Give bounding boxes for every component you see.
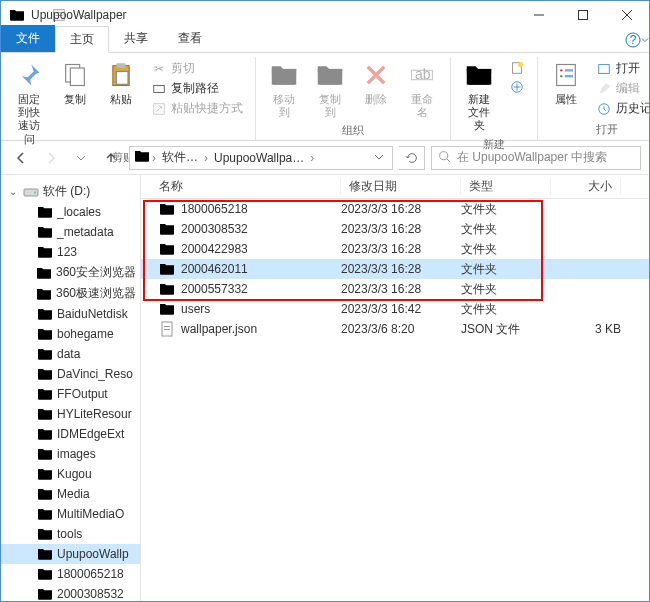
- tab-file[interactable]: 文件: [1, 25, 55, 52]
- nav-tree[interactable]: ⌄ 软件 (D:) _locales_metadata123360安全浏览器36…: [1, 175, 141, 601]
- tab-home[interactable]: 主页: [55, 26, 109, 53]
- file-row[interactable]: users2023/3/3 16:42文件夹: [141, 299, 649, 319]
- svg-rect-3: [579, 11, 588, 20]
- tree-item[interactable]: data: [1, 344, 140, 364]
- file-row[interactable]: wallpaper.json2023/3/6 8:20JSON 文件3 KB: [141, 319, 649, 339]
- tree-item[interactable]: UpupooWallp: [1, 544, 140, 564]
- address-bar[interactable]: › 软件… › UpupooWallpa… ›: [129, 146, 393, 170]
- svg-rect-20: [565, 69, 573, 71]
- easy-access-button[interactable]: [505, 78, 529, 96]
- paste-shortcut-button[interactable]: 粘贴快捷方式: [147, 99, 247, 118]
- folder-icon: [37, 566, 53, 582]
- tree-item[interactable]: MultiMediaO: [1, 504, 140, 524]
- tab-view[interactable]: 查看: [163, 25, 217, 52]
- open-button[interactable]: 打开: [592, 59, 650, 78]
- folder-icon: [37, 486, 53, 502]
- paste-button[interactable]: 粘贴: [101, 57, 141, 108]
- tree-item-label: _metadata: [57, 225, 114, 239]
- nav-up-button[interactable]: [99, 146, 123, 170]
- rename-button[interactable]: ab重命名: [402, 57, 442, 121]
- tree-item[interactable]: 360极速浏览器: [1, 283, 140, 304]
- folder-icon: [37, 204, 53, 220]
- edit-button[interactable]: 编辑: [592, 79, 650, 98]
- copyto-button[interactable]: 复制到: [310, 57, 350, 121]
- svg-point-19: [560, 69, 562, 71]
- col-type[interactable]: 类型: [461, 178, 551, 195]
- tab-share[interactable]: 共享: [109, 25, 163, 52]
- new-folder-button[interactable]: 新建 文件夹: [459, 57, 499, 135]
- breadcrumb-1[interactable]: 软件…: [158, 149, 202, 166]
- file-type: 文件夹: [461, 281, 551, 298]
- tree-item[interactable]: 123: [1, 242, 140, 262]
- refresh-button[interactable]: [399, 146, 425, 170]
- tree-item[interactable]: Kugou: [1, 464, 140, 484]
- history-icon: [596, 101, 612, 117]
- new-item-button[interactable]: [505, 59, 529, 77]
- file-row[interactable]: 20003085322023/3/3 16:28文件夹: [141, 219, 649, 239]
- svg-point-37: [440, 151, 448, 159]
- window-icon: [9, 7, 25, 23]
- tree-root[interactable]: ⌄ 软件 (D:): [1, 181, 140, 202]
- breadcrumb-2[interactable]: UpupooWallpa…: [210, 151, 308, 165]
- tree-item-label: images: [57, 447, 96, 461]
- file-row[interactable]: 18000652182023/3/3 16:28文件夹: [141, 199, 649, 219]
- file-name: wallpaper.json: [181, 322, 257, 336]
- file-row[interactable]: 20004620112023/3/3 16:28文件夹: [141, 259, 649, 279]
- file-pane: 名称 修改日期 类型 大小 18000652182023/3/3 16:28文件…: [141, 175, 649, 601]
- tree-item[interactable]: bohegame: [1, 324, 140, 344]
- address-dropdown-icon[interactable]: [370, 151, 388, 165]
- folder-icon: [37, 446, 53, 462]
- copy-button[interactable]: 复制: [55, 57, 95, 108]
- tree-item[interactable]: Media: [1, 484, 140, 504]
- nav-recent-button[interactable]: [69, 146, 93, 170]
- file-size: 3 KB: [551, 322, 621, 336]
- tree-item-label: _locales: [57, 205, 101, 219]
- tree-item[interactable]: DaVinci_Reso: [1, 364, 140, 384]
- minimize-button[interactable]: [517, 1, 561, 29]
- file-date: 2023/3/3 16:28: [341, 222, 461, 236]
- tree-item[interactable]: 2000308532: [1, 584, 140, 601]
- delete-button[interactable]: 删除: [356, 57, 396, 108]
- tree-item[interactable]: HYLiteResour: [1, 404, 140, 424]
- folder-icon: [159, 201, 175, 217]
- maximize-button[interactable]: [561, 1, 605, 29]
- qat-properties-icon[interactable]: [50, 6, 68, 24]
- cut-button[interactable]: ✂剪切: [147, 59, 247, 78]
- properties-button[interactable]: 属性: [546, 57, 586, 108]
- tree-item[interactable]: 1800065218: [1, 564, 140, 584]
- file-row[interactable]: 20005573322023/3/3 16:28文件夹: [141, 279, 649, 299]
- tree-item[interactable]: 360安全浏览器: [1, 262, 140, 283]
- svg-rect-7: [70, 68, 84, 86]
- tree-root-label: 软件 (D:): [43, 183, 90, 200]
- tree-item[interactable]: tools: [1, 524, 140, 544]
- folder-icon: [159, 301, 175, 317]
- file-name: 2000308532: [181, 222, 248, 236]
- history-button[interactable]: 历史记录: [592, 99, 650, 118]
- nav-forward-button[interactable]: [39, 146, 63, 170]
- help-button[interactable]: ?: [625, 28, 649, 52]
- col-name[interactable]: 名称: [141, 178, 341, 195]
- tree-item[interactable]: FFOutput: [1, 384, 140, 404]
- addr-folder-icon: [134, 148, 150, 167]
- tree-item[interactable]: _locales: [1, 202, 140, 222]
- qat-dropdown-icon[interactable]: [74, 6, 92, 24]
- collapse-icon[interactable]: ⌄: [9, 186, 19, 197]
- copy-path-button[interactable]: 复制路径: [147, 79, 247, 98]
- col-date[interactable]: 修改日期: [341, 178, 461, 195]
- file-row[interactable]: 20004229832023/3/3 16:28文件夹: [141, 239, 649, 259]
- folder-icon: [37, 506, 53, 522]
- moveto-button[interactable]: 移动到: [264, 57, 304, 121]
- tree-item[interactable]: images: [1, 444, 140, 464]
- folder-icon: [37, 244, 53, 260]
- nav-back-button[interactable]: [9, 146, 33, 170]
- close-button[interactable]: [605, 1, 649, 29]
- folder-icon: [37, 224, 53, 240]
- file-name: 2000422983: [181, 242, 248, 256]
- tree-item[interactable]: IDMEdgeExt: [1, 424, 140, 444]
- col-size[interactable]: 大小: [551, 178, 621, 195]
- breadcrumb-sep: ›: [150, 151, 158, 165]
- tree-item[interactable]: _metadata: [1, 222, 140, 242]
- pin-button[interactable]: 固定到快 速访问: [9, 57, 49, 148]
- search-input[interactable]: 在 UpupooWallpaper 中搜索: [431, 146, 641, 170]
- tree-item[interactable]: BaiduNetdisk: [1, 304, 140, 324]
